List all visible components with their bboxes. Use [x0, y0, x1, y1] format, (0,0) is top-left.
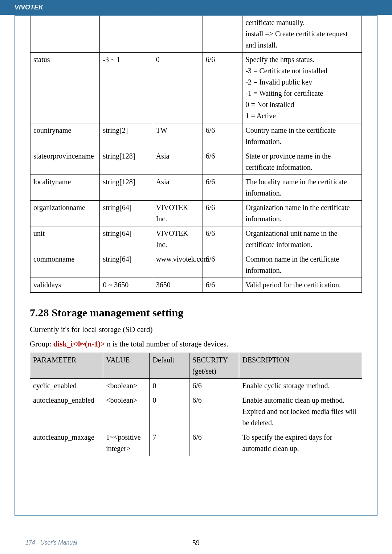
cell-value: string[64] — [100, 226, 153, 252]
cell-name: localityname — [30, 175, 100, 201]
cell-security — [203, 16, 242, 53]
cell-name: commonname — [30, 252, 100, 278]
cell-security: 6/6 — [203, 175, 242, 201]
cell-default: VIVOTEK Inc. — [153, 226, 203, 252]
cell-description: State or province name in the certificat… — [242, 149, 362, 175]
table-row: validdays0 ~ 365036506/6Valid period for… — [30, 278, 362, 293]
table-row: certificate manually. install => Create … — [30, 16, 362, 53]
cell-value: 0 ~ 3650 — [100, 278, 153, 293]
page-header: VIVOTEK — [0, 0, 392, 15]
cell-name: autocleanup_maxage — [30, 430, 103, 456]
cell-description: Enable cyclic storage method. — [239, 379, 362, 393]
cell-name: organizationname — [30, 201, 100, 226]
cell-value: string[64] — [100, 201, 153, 226]
https-param-table: certificate manually. install => Create … — [30, 16, 362, 293]
cell-default: www.vivotek.com — [153, 252, 203, 278]
cell-security: 6/6 — [189, 393, 239, 430]
table-row: cyclic_enabled<boolean>06/6Enable cyclic… — [30, 379, 362, 393]
cell-security: 6/6 — [203, 226, 242, 252]
cell-security: 6/6 — [203, 278, 242, 293]
table-row: countrynamestring[2]TW6/6Country name in… — [30, 123, 362, 149]
cell-value: string[128] — [100, 175, 153, 201]
cell-description: Country name in the certificate informat… — [242, 123, 362, 149]
footer-page-number: 59 — [192, 539, 200, 547]
cell-security: 6/6 — [189, 430, 239, 456]
col-default: Default — [150, 353, 189, 379]
cell-value: <boolean> — [103, 393, 150, 430]
col-description: DESCRIPTION — [239, 353, 362, 379]
cell-default: Asia — [153, 175, 203, 201]
table-row: stateorprovincenamestring[128]Asia6/6Sta… — [30, 149, 362, 175]
cell-value: <boolean> — [103, 379, 150, 393]
group-name: disk_i<0~(n-1)> — [53, 340, 105, 348]
cell-description: Enable automatic clean up method. Expire… — [239, 393, 362, 430]
cell-name — [30, 16, 100, 53]
cell-name: countryname — [30, 123, 100, 149]
cell-value: string[128] — [100, 149, 153, 175]
cell-security: 6/6 — [203, 149, 242, 175]
col-value: VALUE — [103, 353, 150, 379]
cell-security: 6/6 — [203, 252, 242, 278]
page-body: certificate manually. install => Create … — [15, 15, 377, 516]
cell-description: certificate manually. install => Create … — [242, 16, 362, 53]
cell-description: Common name in the certificate informati… — [242, 252, 362, 278]
cell-name: cyclic_enabled — [30, 379, 103, 393]
cell-default: TW — [153, 123, 203, 149]
table-row: organizationnamestring[64]VIVOTEK Inc.6/… — [30, 201, 362, 226]
cell-value: string[2] — [100, 123, 153, 149]
cell-value: 1~<positive integer> — [103, 430, 150, 456]
section-group-line: Group: disk_i<0~(n-1)> n is the total nu… — [30, 338, 362, 350]
table-row: localitynamestring[128]Asia6/6The locali… — [30, 175, 362, 201]
table-row: autocleanup_enabled<boolean>06/6Enable a… — [30, 393, 362, 430]
group-prefix: Group: — [30, 340, 53, 348]
cell-name: autocleanup_enabled — [30, 393, 103, 430]
footer-left: 174 - User's Manual — [25, 539, 77, 546]
cell-default: 0 — [150, 393, 189, 430]
cell-name: validdays — [30, 278, 100, 293]
cell-security: 6/6 — [203, 201, 242, 226]
cell-security: 6/6 — [203, 123, 242, 149]
cell-default: 3650 — [153, 278, 203, 293]
col-parameter: PARAMETER — [30, 353, 103, 379]
table-row: autocleanup_maxage1~<positive integer>76… — [30, 430, 362, 456]
cell-description: Organization name in the certificate inf… — [242, 201, 362, 226]
group-suffix: n is the total number of storage devices… — [105, 340, 228, 348]
cell-value — [100, 16, 153, 53]
cell-default: 0 — [150, 379, 189, 393]
cell-description: To specify the expired days for automati… — [239, 430, 362, 456]
cell-security: 6/6 — [189, 379, 239, 393]
cell-security: 6/6 — [203, 53, 242, 123]
cell-default: Asia — [153, 149, 203, 175]
cell-description: Specify the https status. -3 = Certifica… — [242, 53, 362, 123]
table-row: status-3 ~ 106/6Specify the https status… — [30, 53, 362, 123]
page-footer: 174 - User's Manual 59 — [0, 539, 392, 546]
cell-default — [153, 16, 203, 53]
cell-description: Organizational unit name in the certific… — [242, 226, 362, 252]
cell-default: 0 — [153, 53, 203, 123]
cell-name: unit — [30, 226, 100, 252]
table-row: unitstring[64]VIVOTEK Inc.6/6Organizatio… — [30, 226, 362, 252]
brand-name: VIVOTEK — [15, 4, 43, 11]
cell-name: status — [30, 53, 100, 123]
cell-name: stateorprovincename — [30, 149, 100, 175]
table-row: commonnamestring[64]www.vivotek.com6/6Co… — [30, 252, 362, 278]
cell-description: Valid period for the certification. — [242, 278, 362, 293]
cell-value: -3 ~ 1 — [100, 53, 153, 123]
col-security: SECURITY (get/set) — [189, 353, 239, 379]
cell-description: The locality name in the certificate inf… — [242, 175, 362, 201]
section-subtitle: Currently it's for local storage (SD car… — [30, 324, 362, 336]
section-heading: 7.28 Storage management setting — [30, 307, 362, 319]
cell-default: 7 — [150, 430, 189, 456]
cell-default: VIVOTEK Inc. — [153, 201, 203, 226]
cell-value: string[64] — [100, 252, 153, 278]
storage-param-table: PARAMETER VALUE Default SECURITY (get/se… — [30, 353, 362, 456]
